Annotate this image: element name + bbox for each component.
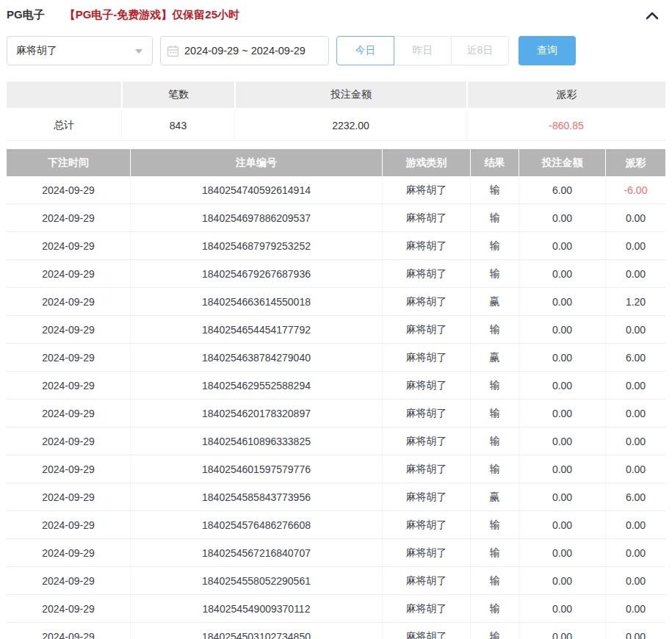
cell-result: 输 [470, 176, 519, 203]
query-button[interactable]: 查询 [519, 36, 576, 65]
header-order-no: 注单编号 [130, 149, 382, 176]
cell-game-category: 麻将胡了 [382, 344, 470, 371]
cell-bet-time: 2024-09-29 [7, 288, 130, 315]
quick-range-yesterday-button[interactable]: 昨日 [394, 36, 452, 65]
table-row: 2024-09-29 1840254610896333825 麻将胡了 输 0.… [7, 427, 665, 455]
cell-order-no: 1840254638784279040 [130, 344, 382, 371]
quick-range-last8days-button[interactable]: 近8日 [451, 36, 509, 65]
quick-range-today-button[interactable]: 今日 [336, 36, 394, 65]
game-select[interactable]: 麻将胡了 [7, 36, 153, 65]
cell-bet-amount: 0.00 [519, 204, 605, 231]
cell-bet-time: 2024-09-29 [7, 344, 130, 371]
cell-game-category: 麻将胡了 [382, 176, 470, 203]
cell-game-category: 麻将胡了 [382, 539, 470, 566]
cell-bet-time: 2024-09-29 [7, 176, 130, 203]
summary-header-row: 笔数 投注金额 派彩 [7, 82, 665, 108]
table-row: 2024-09-29 1840254620178320897 麻将胡了 输 0.… [7, 400, 665, 427]
cell-payout: 0.00 [605, 400, 665, 427]
cell-payout: 0.00 [605, 427, 665, 455]
cell-order-no: 1840254567216840707 [130, 539, 382, 566]
table-row: 2024-09-29 1840254549009370112 麻将胡了 输 0.… [7, 595, 665, 623]
filter-bar: 麻将胡了 2024-09-29 ~ 2024-09-29 今日 昨日 近8日 查… [7, 36, 665, 65]
cell-payout: 0.00 [605, 539, 665, 566]
table-row: 2024-09-29 1840254629552588294 麻将胡了 输 0.… [7, 372, 665, 400]
cell-bet-time: 2024-09-29 [7, 204, 130, 231]
cell-game-category: 麻将胡了 [382, 260, 470, 287]
cell-result: 输 [470, 260, 519, 287]
table-row: 2024-09-29 1840254654454177792 麻将胡了 输 0.… [7, 316, 665, 344]
cell-result: 输 [470, 372, 519, 399]
cell-bet-amount: 0.00 [519, 539, 605, 566]
cell-payout: 0.00 [605, 567, 665, 594]
cell-bet-time: 2024-09-29 [7, 400, 130, 427]
header-result: 结果 [470, 149, 519, 176]
cell-bet-amount: 0.00 [519, 260, 605, 287]
collapse-panel-button[interactable] [643, 8, 662, 23]
cell-game-category: 麻将胡了 [382, 483, 470, 510]
table-row: 2024-09-29 1840254638784279040 麻将胡了 赢 0.… [7, 344, 665, 372]
cell-order-no: 1840254558052290561 [130, 567, 382, 594]
cell-bet-amount: 0.00 [519, 623, 605, 639]
summary-header-bet-amount: 投注金额 [234, 82, 466, 108]
header-bet-amount: 投注金额 [519, 149, 605, 176]
cell-order-no: 1840254601597579776 [130, 455, 382, 483]
cell-bet-time: 2024-09-29 [7, 260, 130, 287]
table-row: 2024-09-29 1840254697886209537 麻将胡了 输 0.… [7, 204, 665, 232]
cell-game-category: 麻将胡了 [382, 427, 470, 455]
cell-result: 输 [470, 427, 519, 455]
cell-result: 输 [470, 316, 519, 343]
table-row: 2024-09-29 1840254503102734850 麻将胡了 输 0.… [7, 623, 665, 639]
cell-payout: 0.00 [605, 232, 665, 259]
cell-payout: 0.00 [605, 260, 665, 287]
table-row: 2024-09-29 1840254585843773956 麻将胡了 赢 0.… [7, 483, 665, 511]
table-row: 2024-09-29 1840254663614550018 麻将胡了 赢 0.… [7, 288, 665, 316]
table-row: 2024-09-29 1840254567216840707 麻将胡了 输 0.… [7, 539, 665, 567]
cell-result: 输 [470, 455, 519, 483]
cell-bet-time: 2024-09-29 [7, 483, 130, 510]
cell-order-no: 1840254697886209537 [130, 204, 382, 231]
cell-payout: 0.00 [605, 316, 665, 343]
cell-result: 赢 [470, 344, 519, 371]
summary-total-count: 843 [121, 110, 234, 140]
date-range-picker[interactable]: 2024-09-29 ~ 2024-09-29 [160, 36, 329, 65]
cell-result: 输 [470, 623, 519, 639]
date-range-value: 2024-09-29 ~ 2024-09-29 [184, 45, 306, 57]
cell-result: 输 [470, 567, 519, 594]
cell-order-no: 1840254620178320897 [130, 400, 382, 427]
table-row: 2024-09-29 1840254601597579776 麻将胡了 输 0.… [7, 455, 665, 483]
cell-order-no: 1840254654454177792 [130, 316, 382, 343]
summary-header-payout: 派彩 [466, 82, 665, 108]
page-title: PG电子 [7, 8, 45, 22]
cell-bet-amount: 0.00 [519, 316, 605, 343]
cell-bet-amount: 0.00 [519, 372, 605, 399]
game-select-value: 麻将胡了 [16, 44, 57, 57]
records-header-row: 下注时间 注单编号 游戏类别 结果 投注金额 派彩 [7, 149, 665, 176]
cell-payout: 0.00 [605, 623, 665, 639]
cell-bet-amount: 0.00 [519, 483, 605, 510]
header-bet-time: 下注时间 [7, 149, 130, 176]
summary-header-empty [7, 82, 121, 108]
cell-bet-amount: 6.00 [519, 176, 605, 203]
cell-order-no: 1840254740592614914 [130, 176, 382, 203]
records-body: 2024-09-29 1840254740592614914 麻将胡了 输 6.… [7, 176, 665, 639]
cell-bet-amount: 0.00 [519, 288, 605, 315]
cell-result: 输 [470, 511, 519, 538]
cell-payout: 0.00 [605, 372, 665, 399]
cell-bet-time: 2024-09-29 [7, 623, 130, 639]
summary-total-label: 总计 [7, 110, 121, 140]
cell-bet-time: 2024-09-29 [7, 455, 130, 483]
cell-result: 赢 [470, 288, 519, 315]
cell-game-category: 麻将胡了 [382, 567, 470, 594]
cell-game-category: 麻将胡了 [382, 455, 470, 483]
summary-table: 笔数 投注金额 派彩 总计 843 2232.00 -860.85 [7, 82, 665, 141]
cell-order-no: 1840254610896333825 [130, 427, 382, 455]
cell-bet-amount: 0.00 [519, 427, 605, 455]
cell-bet-time: 2024-09-29 [7, 511, 130, 538]
cell-payout: 6.00 [605, 483, 665, 510]
cell-game-category: 麻将胡了 [382, 400, 470, 427]
cell-result: 输 [470, 204, 519, 231]
cell-bet-amount: 0.00 [519, 400, 605, 427]
cell-bet-amount: 0.00 [519, 232, 605, 259]
cell-order-no: 1840254503102734850 [130, 623, 382, 639]
cell-payout: 0.00 [605, 204, 665, 231]
